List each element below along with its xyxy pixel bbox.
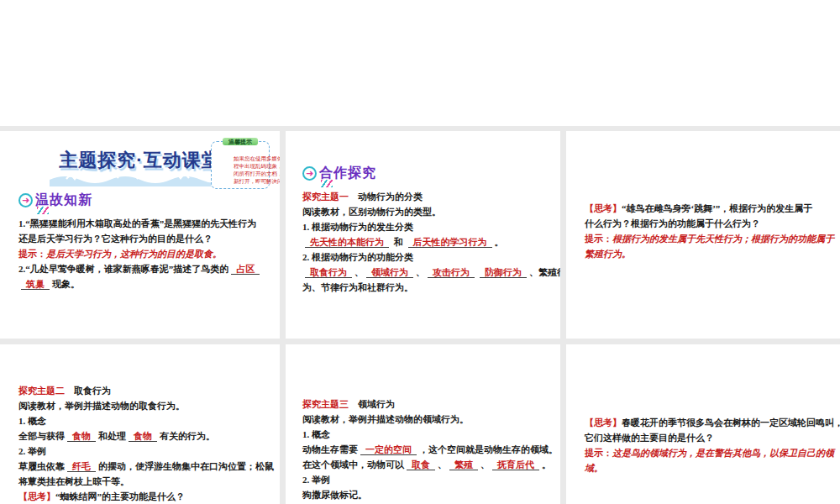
text-line: 提示：这是鸟的领域行为，是在警告其他鸟，以保卫自己的领 xyxy=(585,445,830,460)
text-segment: 。 xyxy=(495,237,504,247)
text-segment: 动物生存需要 xyxy=(302,444,358,454)
text-line: 将蕈类挂在树枝上晾干等。 xyxy=(18,474,270,489)
text-line: 狗撒尿做标记。 xyxy=(302,487,550,502)
text-line: 【思考】春暖花开的季节很多鸟会在树林的一定区域轮回鸣叫， xyxy=(585,415,830,430)
text-line: 为、节律行为和社群行为。 xyxy=(302,280,550,295)
text-line: 提示：根据行为的发生属于先天性行为；根据行为的功能属于 xyxy=(585,231,830,246)
text-segment: 全部与获得 xyxy=(18,431,65,441)
text-segment: 领域行为 xyxy=(349,399,395,409)
panel-text-topic2: 探究主题二 取食行为阅读教材，举例并描述动物的取食行为。1. 概念全部与获得食物… xyxy=(18,383,270,504)
text-segment: 取食行为 xyxy=(65,386,111,396)
text-line: 闭所有打开的文档，再重 xyxy=(234,170,252,177)
text-segment: 、 xyxy=(480,459,490,470)
text-segment: 【思考】 xyxy=(585,203,622,213)
text-segment: 动物行为的分类 xyxy=(349,192,423,202)
arrow-circle-icon: ➜ xyxy=(302,166,317,181)
slide-title: 主题探究·互动课堂 xyxy=(59,148,220,173)
slide-panel-think-question2[interactable]: 【思考】春暖花开的季节很多鸟会在树林的一定区域轮回鸣叫，它们这样做的主要目的是什… xyxy=(566,344,840,504)
text-segment: 2.“几处早莺争暖树，谁家新燕啄春泥”描述了鸟类的 xyxy=(18,264,228,274)
fill-in-blank-answer: 筑巢 xyxy=(21,279,50,290)
text-segment: 提示： xyxy=(585,234,612,244)
fill-in-blank-answer: 一定的空间 xyxy=(360,444,417,455)
slide-panel-topic2-feeding[interactable]: 探究主题二 取食行为阅读教材，举例并描述动物的取食行为。1. 概念全部与获得食物… xyxy=(0,344,280,504)
text-segment: 2. 根据动物行为的功能分类 xyxy=(302,252,413,262)
text-line: 探究主题三 领域行为 xyxy=(302,396,550,412)
brush-stroke-icon xyxy=(37,207,49,214)
text-segment: 、繁殖行 xyxy=(529,267,560,277)
text-line: 阅读教材，举例并描述动物的取食行为。 xyxy=(18,398,270,413)
text-segment: 新打开，即可解决问题！ xyxy=(234,178,280,184)
text-segment: 探究主题三 xyxy=(302,399,349,409)
text-segment: 狗撒尿做标记。 xyxy=(302,490,367,500)
text-line: 2. 举例 xyxy=(18,444,270,459)
text-line: 什么行为？根据行为的功能属于什么行为？ xyxy=(585,216,830,231)
slide-panel-think-question1[interactable]: 【思考】“雄鸟在雌鸟身旁‘跳舞’”，根据行为的发生属于什么行为？根据行为的功能属… xyxy=(566,131,840,339)
text-line: 繁殖行为。 xyxy=(585,246,830,261)
text-line: 【思考】“雄鸟在雌鸟身旁‘跳舞’”，根据行为的发生属于 xyxy=(585,201,830,216)
text-segment: 和 xyxy=(391,237,406,247)
panel-text-think2: 【思考】春暖花开的季节很多鸟会在树林的一定区域轮回鸣叫，它们这样做的主要目的是什… xyxy=(585,415,830,475)
slide-panel-review[interactable]: 主题探究·互动课堂 温馨提示 如果您在使用多媒体的过程中出现乱码现象，请关闭所有… xyxy=(0,131,280,339)
section-header-text-wrap: 合作探究 xyxy=(319,165,376,182)
text-segment: 阅读教材，举例并描述动物的领域行为。 xyxy=(302,414,469,424)
text-segment: 。 xyxy=(542,459,551,470)
arrow-circle-icon: ➜ xyxy=(18,193,33,207)
text-line: 筑巢现象。 xyxy=(18,276,266,291)
tip-box-header: 温馨提示 xyxy=(223,138,258,145)
text-line: 域。 xyxy=(585,460,830,475)
text-segment: 如果您在使用多媒体的过 xyxy=(234,155,280,161)
text-segment: 1. 概念 xyxy=(18,416,46,426)
text-line: 阅读教材，举例并描述动物的领域行为。 xyxy=(302,412,550,427)
fill-in-blank-answer: 抚育后代 xyxy=(492,459,539,470)
text-segment: 提示： xyxy=(18,249,46,259)
text-segment: 春暖花开的季节很多鸟会在树林的一定区域轮回鸣叫， xyxy=(622,417,840,428)
text-line: 1. 根据动物行为的发生分类 xyxy=(302,219,550,234)
text-segment: 1. 概念 xyxy=(302,429,330,439)
page-top-blank-area xyxy=(0,0,840,126)
section-header-review: ➜ 温故知新 xyxy=(18,192,280,209)
text-line: 先天性的本能行为 和 后天性的学习行为。 xyxy=(302,234,550,249)
fill-in-blank-answer: 取食 xyxy=(407,459,435,470)
text-segment: 现象。 xyxy=(52,279,80,289)
text-line: 如果您在使用多媒体的过 xyxy=(234,155,252,162)
text-segment: 有关的行为。 xyxy=(160,431,215,441)
panel-text-think1: 【思考】“雄鸟在雌鸟身旁‘跳舞’”，根据行为的发生属于什么行为？根据行为的功能属… xyxy=(585,201,830,261)
fill-in-blank-answer: 食物 xyxy=(67,431,96,442)
text-segment: 【思考】 xyxy=(585,417,622,428)
text-line: 2.“几处早莺争暖树，谁家新燕啄春泥”描述了鸟类的占区 xyxy=(18,261,266,276)
text-line: 2. 根据动物行为的功能分类 xyxy=(302,249,550,265)
tip-box: 温馨提示 如果您在使用多媒体的过程中出现乱码现象，请关闭所有打开的文档，再重新打… xyxy=(211,141,270,189)
text-segment: 它们这样做的主要目的是什么？ xyxy=(585,433,714,443)
text-line: 1. 概念 xyxy=(18,413,270,428)
text-segment: 探究主题二 xyxy=(18,386,65,396)
text-segment: 草履虫依靠 xyxy=(18,461,65,471)
text-segment: 程中出现乱码现象，请关 xyxy=(234,163,280,169)
fill-in-blank-answer: 先天性的本能行为 xyxy=(305,237,389,248)
text-line: 还是后天学习行为？它这种行为的目的是什么？ xyxy=(18,231,266,246)
text-line: 提示：是后天学习行为，这种行为的目的是取食。 xyxy=(18,246,266,261)
section-header-text-wrap: 温故知新 xyxy=(35,192,92,209)
text-segment: 这是鸟的领域行为，是在警告其他鸟，以保卫自己的领 xyxy=(612,448,834,458)
fill-in-blank-answer: 纤毛 xyxy=(67,461,96,472)
text-segment: 什么行为？根据行为的功能属于什么行为？ xyxy=(585,218,760,228)
slide-panel-cooperative-inquiry[interactable]: ➜ 合作探究 探究主题一 动物行为的分类阅读教材，区别动物行为的类型。1. 根据… xyxy=(286,131,560,339)
fill-in-blank-answer: 食物 xyxy=(129,431,157,442)
text-segment: 域。 xyxy=(585,463,603,473)
text-segment: 闭所有打开的文档，再重 xyxy=(234,171,280,176)
text-segment: 、 xyxy=(438,459,447,470)
text-line: 探究主题一 动物行为的分类 xyxy=(302,189,550,204)
text-segment: 还是后天学习行为？它这种行为的目的是什么？ xyxy=(18,234,213,244)
fill-in-blank-answer: 攻击行为 xyxy=(428,267,475,278)
slide-panel-topic3-territory[interactable]: 探究主题三 领域行为阅读教材，举例并描述动物的领域行为。1. 概念动物生存需要一… xyxy=(286,344,560,504)
text-line: 取食行为、领域行为、攻击行为防御行为、繁殖行 xyxy=(302,265,550,280)
text-segment: 和处理 xyxy=(98,431,126,441)
text-line: 全部与获得食物和处理食物有关的行为。 xyxy=(18,428,270,444)
text-line: 1. 概念 xyxy=(302,427,550,442)
text-segment: 将蕈类挂在树枝上晾干等。 xyxy=(18,476,129,486)
slide-thumbnail-grid: 主题探究·互动课堂 温馨提示 如果您在使用多媒体的过程中出现乱码现象，请关闭所有… xyxy=(0,126,840,504)
text-line: 动物生存需要一定的空间，这个空间就是动物生存的领域。 xyxy=(302,442,550,457)
text-line: 程中出现乱码现象，请关 xyxy=(234,162,252,170)
text-segment: 提示： xyxy=(585,448,612,458)
fill-in-blank-answer: 占区 xyxy=(231,264,260,275)
text-segment: 、 xyxy=(416,267,425,277)
